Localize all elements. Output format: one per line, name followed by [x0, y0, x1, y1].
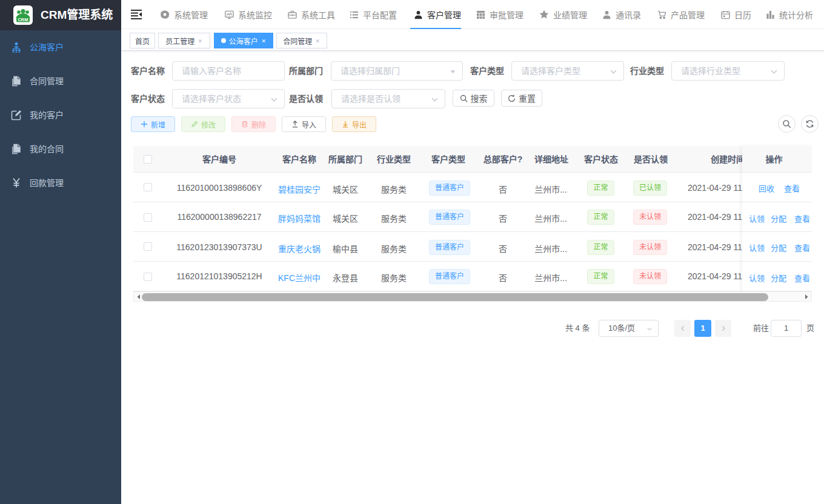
svg-text:CRM: CRM: [18, 17, 28, 22]
